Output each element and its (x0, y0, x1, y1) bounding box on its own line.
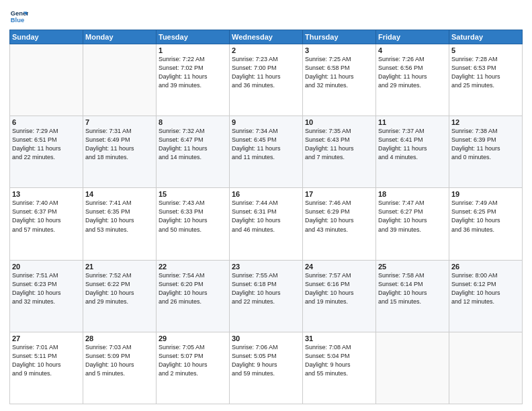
day-number: 12 (451, 118, 520, 126)
day-info: Sunrise: 7:44 AM Sunset: 6:31 PM Dayligh… (232, 199, 300, 234)
day-number: 8 (159, 118, 227, 126)
calendar-cell (10, 44, 83, 116)
day-number: 3 (305, 46, 373, 54)
calendar-cell: 9Sunrise: 7:34 AM Sunset: 6:45 PM Daylig… (230, 116, 303, 188)
calendar-week-row: 20Sunrise: 7:51 AM Sunset: 6:23 PM Dayli… (10, 260, 523, 332)
day-number: 20 (12, 263, 81, 271)
calendar-cell: 15Sunrise: 7:43 AM Sunset: 6:33 PM Dayli… (157, 188, 230, 260)
day-info: Sunrise: 7:46 AM Sunset: 6:29 PM Dayligh… (305, 199, 373, 234)
day-info: Sunrise: 7:28 AM Sunset: 6:53 PM Dayligh… (451, 55, 520, 90)
day-info: Sunrise: 7:26 AM Sunset: 6:56 PM Dayligh… (378, 55, 447, 90)
weekday-header: Wednesday (230, 30, 303, 44)
calendar-cell: 5Sunrise: 7:28 AM Sunset: 6:53 PM Daylig… (449, 44, 523, 116)
calendar-cell: 14Sunrise: 7:41 AM Sunset: 6:35 PM Dayli… (83, 188, 157, 260)
calendar-week-row: 6Sunrise: 7:29 AM Sunset: 6:51 PM Daylig… (10, 116, 523, 188)
day-number: 7 (85, 118, 154, 126)
calendar-cell: 22Sunrise: 7:54 AM Sunset: 6:20 PM Dayli… (157, 260, 230, 332)
day-info: Sunrise: 7:43 AM Sunset: 6:33 PM Dayligh… (159, 199, 227, 234)
day-info: Sunrise: 7:22 AM Sunset: 7:02 PM Dayligh… (159, 55, 227, 90)
day-number: 15 (159, 190, 227, 198)
calendar: SundayMondayTuesdayWednesdayThursdayFrid… (9, 30, 523, 404)
day-info: Sunrise: 7:52 AM Sunset: 6:22 PM Dayligh… (85, 271, 154, 306)
day-info: Sunrise: 7:08 AM Sunset: 5:04 PM Dayligh… (305, 343, 373, 378)
calendar-cell: 12Sunrise: 7:38 AM Sunset: 6:39 PM Dayli… (449, 116, 523, 188)
day-number: 4 (378, 46, 447, 54)
calendar-cell: 6Sunrise: 7:29 AM Sunset: 6:51 PM Daylig… (10, 116, 83, 188)
day-number: 1 (159, 46, 227, 54)
day-info: Sunrise: 7:03 AM Sunset: 5:09 PM Dayligh… (85, 343, 154, 378)
day-info: Sunrise: 7:54 AM Sunset: 6:20 PM Dayligh… (159, 271, 227, 306)
day-info: Sunrise: 7:35 AM Sunset: 6:43 PM Dayligh… (305, 127, 373, 162)
day-number: 17 (305, 190, 373, 198)
calendar-cell: 3Sunrise: 7:25 AM Sunset: 6:58 PM Daylig… (303, 44, 376, 116)
calendar-cell: 19Sunrise: 7:49 AM Sunset: 6:25 PM Dayli… (449, 188, 523, 260)
day-number: 29 (159, 334, 227, 342)
day-number: 10 (305, 118, 373, 126)
calendar-cell: 2Sunrise: 7:23 AM Sunset: 7:00 PM Daylig… (230, 44, 303, 116)
calendar-cell: 23Sunrise: 7:55 AM Sunset: 6:18 PM Dayli… (230, 260, 303, 332)
day-info: Sunrise: 7:47 AM Sunset: 6:27 PM Dayligh… (378, 199, 447, 234)
day-info: Sunrise: 7:34 AM Sunset: 6:45 PM Dayligh… (232, 127, 300, 162)
weekday-header: Thursday (303, 30, 376, 44)
svg-text:Blue: Blue (11, 17, 24, 24)
day-number: 26 (451, 263, 520, 271)
day-number: 23 (232, 263, 300, 271)
calendar-cell: 24Sunrise: 7:57 AM Sunset: 6:16 PM Dayli… (303, 260, 376, 332)
day-number: 14 (85, 190, 154, 198)
calendar-cell: 16Sunrise: 7:44 AM Sunset: 6:31 PM Dayli… (230, 188, 303, 260)
day-info: Sunrise: 7:57 AM Sunset: 6:16 PM Dayligh… (305, 271, 373, 306)
day-number: 31 (305, 334, 373, 342)
day-number: 24 (305, 263, 373, 271)
calendar-cell (376, 332, 449, 404)
calendar-cell (449, 332, 523, 404)
day-number: 30 (232, 334, 300, 342)
day-info: Sunrise: 7:06 AM Sunset: 5:05 PM Dayligh… (232, 343, 300, 378)
calendar-week-row: 27Sunrise: 7:01 AM Sunset: 5:11 PM Dayli… (10, 332, 523, 404)
day-number: 21 (85, 263, 154, 271)
day-info: Sunrise: 7:51 AM Sunset: 6:23 PM Dayligh… (12, 271, 81, 306)
day-number: 27 (12, 334, 81, 342)
day-info: Sunrise: 7:29 AM Sunset: 6:51 PM Dayligh… (12, 127, 81, 162)
day-number: 6 (12, 118, 81, 126)
day-number: 13 (12, 190, 81, 198)
header: General Blue (9, 7, 523, 26)
calendar-cell (83, 44, 157, 116)
weekday-header: Friday (376, 30, 449, 44)
day-number: 11 (378, 118, 447, 126)
weekday-header: Monday (83, 30, 157, 44)
weekday-header: Tuesday (157, 30, 230, 44)
day-number: 16 (232, 190, 300, 198)
day-info: Sunrise: 7:49 AM Sunset: 6:25 PM Dayligh… (451, 199, 520, 234)
logo: General Blue (9, 7, 31, 26)
day-number: 25 (378, 263, 447, 271)
calendar-cell: 18Sunrise: 7:47 AM Sunset: 6:27 PM Dayli… (376, 188, 449, 260)
calendar-header-row: SundayMondayTuesdayWednesdayThursdayFrid… (10, 30, 523, 44)
day-info: Sunrise: 7:40 AM Sunset: 6:37 PM Dayligh… (12, 199, 81, 234)
calendar-cell: 13Sunrise: 7:40 AM Sunset: 6:37 PM Dayli… (10, 188, 83, 260)
calendar-cell: 7Sunrise: 7:31 AM Sunset: 6:49 PM Daylig… (83, 116, 157, 188)
calendar-cell: 28Sunrise: 7:03 AM Sunset: 5:09 PM Dayli… (83, 332, 157, 404)
day-info: Sunrise: 7:25 AM Sunset: 6:58 PM Dayligh… (305, 55, 373, 90)
day-info: Sunrise: 7:01 AM Sunset: 5:11 PM Dayligh… (12, 343, 81, 378)
day-info: Sunrise: 8:00 AM Sunset: 6:12 PM Dayligh… (451, 271, 520, 306)
day-number: 28 (85, 334, 154, 342)
calendar-cell: 8Sunrise: 7:32 AM Sunset: 6:47 PM Daylig… (157, 116, 230, 188)
day-info: Sunrise: 7:55 AM Sunset: 6:18 PM Dayligh… (232, 271, 300, 306)
day-number: 22 (159, 263, 227, 271)
calendar-cell: 29Sunrise: 7:05 AM Sunset: 5:07 PM Dayli… (157, 332, 230, 404)
calendar-week-row: 1Sunrise: 7:22 AM Sunset: 7:02 PM Daylig… (10, 44, 523, 116)
day-info: Sunrise: 7:23 AM Sunset: 7:00 PM Dayligh… (232, 55, 300, 90)
weekday-header: Saturday (449, 30, 523, 44)
calendar-cell: 11Sunrise: 7:37 AM Sunset: 6:41 PM Dayli… (376, 116, 449, 188)
day-info: Sunrise: 7:38 AM Sunset: 6:39 PM Dayligh… (451, 127, 520, 162)
day-number: 18 (378, 190, 447, 198)
day-number: 9 (232, 118, 300, 126)
calendar-cell: 4Sunrise: 7:26 AM Sunset: 6:56 PM Daylig… (376, 44, 449, 116)
calendar-week-row: 13Sunrise: 7:40 AM Sunset: 6:37 PM Dayli… (10, 188, 523, 260)
day-number: 2 (232, 46, 300, 54)
day-info: Sunrise: 7:58 AM Sunset: 6:14 PM Dayligh… (378, 271, 447, 306)
calendar-cell: 27Sunrise: 7:01 AM Sunset: 5:11 PM Dayli… (10, 332, 83, 404)
calendar-cell: 17Sunrise: 7:46 AM Sunset: 6:29 PM Dayli… (303, 188, 376, 260)
day-info: Sunrise: 7:37 AM Sunset: 6:41 PM Dayligh… (378, 127, 447, 162)
calendar-cell: 26Sunrise: 8:00 AM Sunset: 6:12 PM Dayli… (449, 260, 523, 332)
